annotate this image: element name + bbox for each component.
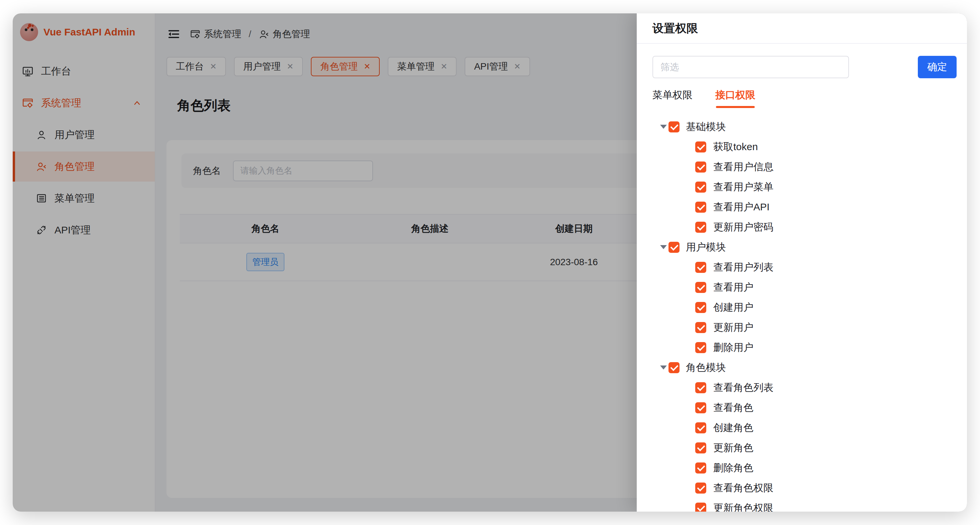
checkbox-checked[interactable] [695,182,706,193]
tree-item: 查看用户API [652,197,956,217]
tree-item: 删除用户 [652,337,956,357]
tree-item: 查看角色列表 [652,378,956,397]
set-permissions-drawer: 设置权限 确定 菜单权限 接口权限 基础模块 获取token [637,13,967,512]
confirm-button[interactable]: 确定 [918,56,956,78]
tab-api-permissions[interactable]: 接口权限 [715,88,756,108]
filter-row: 确定 [652,56,956,78]
checkbox-checked[interactable] [695,222,706,233]
permission-tree: 基础模块 获取token 查看用户信息 查看用户菜单 查看用户API [652,117,956,512]
tree-item: 查看用户列表 [652,257,956,277]
tree-item: 查看角色 [652,397,956,418]
checkbox-checked[interactable] [668,121,679,132]
tree-group-base: 基础模块 [652,117,956,137]
checkbox-checked[interactable] [695,302,706,313]
checkbox-checked[interactable] [695,422,706,433]
tree-item: 获取token [652,137,956,157]
tree-item: 创建用户 [652,297,956,318]
filter-input[interactable] [652,56,849,78]
checkbox-checked[interactable] [695,463,706,474]
caret-down-icon[interactable] [660,125,667,129]
tree-item: 更新角色权限 [652,498,956,512]
tree-group-user: 用户模块 [652,237,956,257]
checkbox-checked[interactable] [695,202,706,213]
drawer-title: 设置权限 [652,21,698,36]
permission-tabs: 菜单权限 接口权限 [652,88,956,108]
caret-down-icon[interactable] [660,245,667,249]
tree-item: 查看用户信息 [652,157,956,177]
tab-menu-permissions[interactable]: 菜单权限 [652,88,692,108]
tree-item: 查看用户菜单 [652,177,956,197]
checkbox-checked[interactable] [695,161,706,172]
checkbox-checked[interactable] [695,322,706,333]
checkbox-checked[interactable] [695,482,706,493]
tree-item: 更新用户密码 [652,217,956,237]
caret-down-icon[interactable] [660,365,667,370]
checkbox-checked[interactable] [668,242,679,253]
tree-item: 更新角色 [652,438,956,458]
checkbox-checked[interactable] [695,262,706,273]
checkbox-checked[interactable] [695,442,706,453]
drawer-body: 确定 菜单权限 接口权限 基础模块 获取token 查看用户信息 [637,44,967,512]
checkbox-checked[interactable] [695,282,706,293]
tree-group-role: 角色模块 [652,357,956,378]
checkbox-checked[interactable] [695,503,706,512]
checkbox-checked[interactable] [695,402,706,413]
tree-item: 创建角色 [652,418,956,438]
tree-item: 查看角色权限 [652,478,956,498]
checkbox-checked[interactable] [695,342,706,353]
tree-item: 查看用户 [652,277,956,297]
checkbox-checked[interactable] [668,362,679,373]
tree-item: 更新用户 [652,318,956,337]
checkbox-checked[interactable] [695,382,706,393]
checkbox-checked[interactable] [695,142,706,153]
drawer-header: 设置权限 [637,13,967,44]
tree-item: 删除角色 [652,458,956,478]
app-window: Vue FastAPI Admin 工作台 系统管理 [13,13,967,512]
